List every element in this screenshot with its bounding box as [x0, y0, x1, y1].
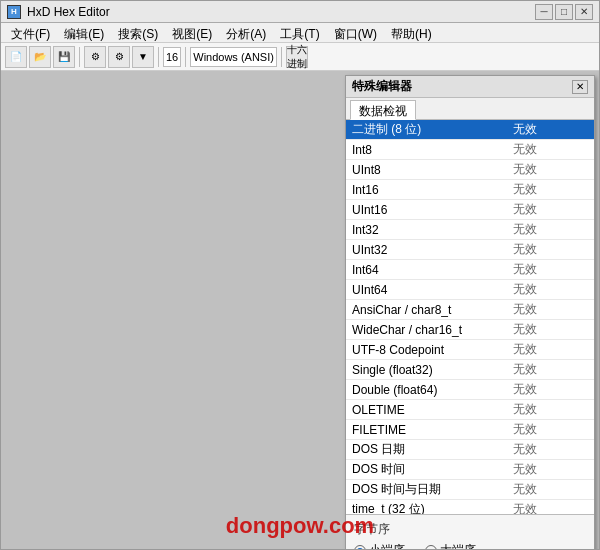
content-area: 特殊编辑器 ✕ 数据检视 二进制 (8 位)无效Int8无效UInt8无效Int…	[1, 71, 599, 549]
open-button[interactable]: 📂	[29, 46, 51, 68]
toolbar-btn-2[interactable]: ⚙	[108, 46, 130, 68]
table-cell-type: UTF-8 Codepoint	[346, 340, 507, 360]
menu-help[interactable]: 帮助(H)	[385, 25, 438, 40]
byte-order-options: 小端序 大端序	[354, 542, 586, 549]
table-row[interactable]: UTF-8 Codepoint无效	[346, 340, 594, 360]
table-cell-value: 无效	[507, 400, 594, 420]
table-row[interactable]: Single (float32)无效	[346, 360, 594, 380]
table-cell-value: 无效	[507, 220, 594, 240]
table-row[interactable]: DOS 日期无效	[346, 440, 594, 460]
hex-label: 十六进制	[287, 43, 307, 71]
table-cell-value: 无效	[507, 260, 594, 280]
title-bar-left: H HxD Hex Editor	[7, 5, 110, 19]
toolbar-separator-3	[185, 47, 186, 67]
maximize-button[interactable]: □	[555, 4, 573, 20]
table-cell-type: Int32	[346, 220, 507, 240]
table-cell-type: AnsiChar / char8_t	[346, 300, 507, 320]
data-table: 二进制 (8 位)无效Int8无效UInt8无效Int16无效UInt16无效I…	[346, 120, 594, 514]
table-cell-value: 无效	[507, 180, 594, 200]
table-cell-value: 无效	[507, 340, 594, 360]
table-cell-value: 无效	[507, 280, 594, 300]
menu-tools[interactable]: 工具(T)	[274, 25, 325, 40]
app-icon: H	[7, 5, 21, 19]
encoding-dropdown[interactable]: Windows (ANSI)	[190, 47, 277, 67]
big-endian-option[interactable]: 大端序	[425, 542, 476, 549]
little-endian-radio[interactable]	[354, 545, 366, 550]
table-cell-type: UInt64	[346, 280, 507, 300]
new-button[interactable]: 📄	[5, 46, 27, 68]
table-cell-value: 无效	[507, 320, 594, 340]
table-row[interactable]: Int16无效	[346, 180, 594, 200]
close-button[interactable]: ✕	[575, 4, 593, 20]
table-row[interactable]: UInt64无效	[346, 280, 594, 300]
table-cell-value: 无效	[507, 240, 594, 260]
table-cell-type: 二进制 (8 位)	[346, 120, 507, 140]
table-row[interactable]: Int32无效	[346, 220, 594, 240]
table-row[interactable]: DOS 时间与日期无效	[346, 480, 594, 500]
little-endian-option[interactable]: 小端序	[354, 542, 405, 549]
minimize-button[interactable]: ─	[535, 4, 553, 20]
table-cell-type: Single (float32)	[346, 360, 507, 380]
table-cell-type: DOS 时间	[346, 460, 507, 480]
table-cell-type: UInt8	[346, 160, 507, 180]
table-row[interactable]: OLETIME无效	[346, 400, 594, 420]
table-cell-type: Int16	[346, 180, 507, 200]
table-cell-value: 无效	[507, 360, 594, 380]
table-cell-type: UInt16	[346, 200, 507, 220]
title-bar: H HxD Hex Editor ─ □ ✕	[1, 1, 599, 23]
table-row[interactable]: FILETIME无效	[346, 420, 594, 440]
little-endian-label: 小端序	[369, 542, 405, 549]
menu-search[interactable]: 搜索(S)	[112, 25, 164, 40]
byte-order-section: 字节序 小端序 大端序	[346, 514, 594, 549]
table-row[interactable]: time_t (32 位)无效	[346, 500, 594, 515]
tab-data-inspector[interactable]: 数据检视	[350, 100, 416, 120]
table-cell-value: 无效	[507, 300, 594, 320]
table-cell-value: 无效	[507, 440, 594, 460]
table-row[interactable]: Double (float64)无效	[346, 380, 594, 400]
panel-table-area[interactable]: 二进制 (8 位)无效Int8无效UInt8无效Int16无效UInt16无效I…	[346, 120, 594, 514]
toolbar-separator-1	[79, 47, 80, 67]
big-endian-radio[interactable]	[425, 545, 437, 550]
table-cell-value: 无效	[507, 480, 594, 500]
menu-edit[interactable]: 编辑(E)	[58, 25, 110, 40]
encoding-value: Windows (ANSI)	[193, 51, 274, 63]
zoom-value: 16	[166, 51, 178, 63]
table-row[interactable]: AnsiChar / char8_t无效	[346, 300, 594, 320]
table-cell-type: OLETIME	[346, 400, 507, 420]
table-cell-type: DOS 时间与日期	[346, 480, 507, 500]
menu-file[interactable]: 文件(F)	[5, 25, 56, 40]
toolbar-separator-2	[158, 47, 159, 67]
table-cell-value: 无效	[507, 380, 594, 400]
table-cell-value: 无效	[507, 500, 594, 515]
menu-analysis[interactable]: 分析(A)	[220, 25, 272, 40]
save-button[interactable]: 💾	[53, 46, 75, 68]
toolbar-btn-3[interactable]: ▼	[132, 46, 154, 68]
hex-mode-btn[interactable]: 十六进制	[286, 46, 308, 68]
table-cell-value: 无效	[507, 160, 594, 180]
table-cell-type: time_t (32 位)	[346, 500, 507, 515]
table-row[interactable]: UInt16无效	[346, 200, 594, 220]
toolbar-btn-1[interactable]: ⚙	[84, 46, 106, 68]
panel-close-button[interactable]: ✕	[572, 80, 588, 94]
table-row[interactable]: UInt8无效	[346, 160, 594, 180]
zoom-dropdown[interactable]: 16	[163, 47, 181, 67]
table-row[interactable]: WideChar / char16_t无效	[346, 320, 594, 340]
table-cell-value: 无效	[507, 420, 594, 440]
special-editor-panel: 特殊编辑器 ✕ 数据检视 二进制 (8 位)无效Int8无效UInt8无效Int…	[345, 75, 595, 549]
toolbar-separator-4	[281, 47, 282, 67]
table-row[interactable]: DOS 时间无效	[346, 460, 594, 480]
table-row[interactable]: Int8无效	[346, 140, 594, 160]
byte-order-title: 字节序	[354, 521, 586, 538]
menu-bar: 文件(F) 编辑(E) 搜索(S) 视图(E) 分析(A) 工具(T) 窗口(W…	[1, 23, 599, 43]
menu-view[interactable]: 视图(E)	[166, 25, 218, 40]
table-row[interactable]: Int64无效	[346, 260, 594, 280]
table-row[interactable]: UInt32无效	[346, 240, 594, 260]
table-row[interactable]: 二进制 (8 位)无效	[346, 120, 594, 140]
table-cell-type: FILETIME	[346, 420, 507, 440]
title-controls: ─ □ ✕	[535, 4, 593, 20]
toolbar: 📄 📂 💾 ⚙ ⚙ ▼ 16 Windows (ANSI) 十六进制	[1, 43, 599, 71]
table-cell-value: 无效	[507, 140, 594, 160]
table-cell-value: 无效	[507, 120, 594, 140]
menu-window[interactable]: 窗口(W)	[328, 25, 383, 40]
window-title: HxD Hex Editor	[27, 5, 110, 19]
